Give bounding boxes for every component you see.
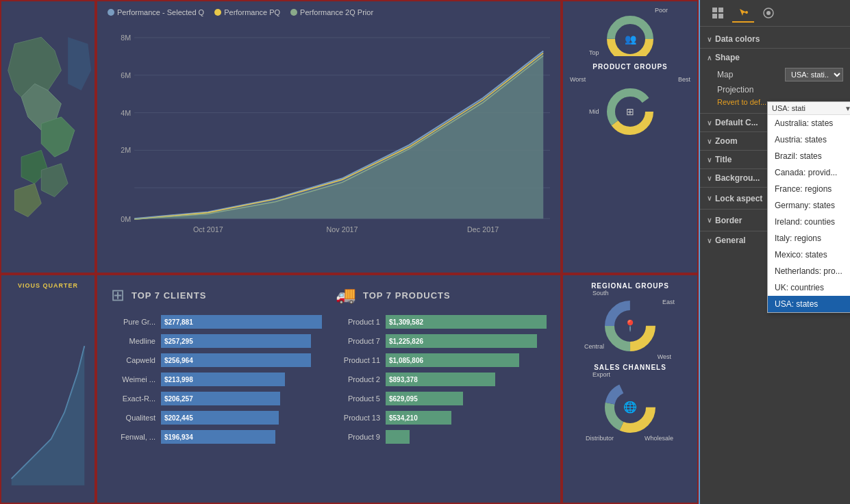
table-row: Product 1 $1,309,582	[336, 315, 547, 329]
east-label: East	[662, 299, 675, 305]
map-select[interactable]: USA: stati...	[785, 68, 843, 81]
toolbar-btn-format[interactable]	[732, 3, 754, 23]
dropdown-item-mexico[interactable]: Mexico: states	[768, 247, 850, 263]
chart-legend: Performance - Selected Q Performance PQ …	[108, 8, 550, 16]
row-value: $257,295	[164, 338, 193, 345]
row-bar: $202,445	[161, 411, 279, 425]
dropdown-item-brazil[interactable]: Brazil: states	[768, 148, 850, 164]
table-row: Product 9	[336, 430, 547, 444]
prev-quarter-chart	[5, 292, 91, 499]
best-label-1: Best	[678, 76, 690, 83]
row-label: Medline	[111, 337, 155, 345]
svg-text:8M: 8M	[121, 34, 131, 42]
projection-row: Projection	[717, 85, 843, 94]
row-bar-container: $256,964	[161, 353, 322, 367]
export-label: Export	[592, 371, 610, 378]
dropdown-item-canada[interactable]: Canada: provid...	[768, 164, 850, 181]
svg-text:0M: 0M	[121, 215, 131, 223]
dropdown-item-germany[interactable]: Germany: states	[768, 197, 850, 214]
row-bar: $893,378	[386, 373, 495, 386]
donut-poor-label: Poor	[655, 7, 668, 14]
toolbar-btn-fields[interactable]	[707, 3, 729, 23]
products-title: TOP 7 PRODUCTS	[363, 290, 451, 301]
dropdown-item-ireland[interactable]: Ireland: counties	[768, 214, 850, 230]
dropdown-input-row: USA: stati ▼	[768, 102, 850, 115]
chart-panel: Performance - Selected Q Performance PQ …	[96, 0, 562, 274]
legend-item-3: Performance 2Q Prior	[290, 8, 373, 16]
dropdown-item-netherlands[interactable]: Netherlands: pro...	[768, 263, 850, 279]
row-bar	[386, 430, 410, 444]
row-bar-container: $534,210	[386, 411, 547, 425]
products-icon: 🚚	[336, 286, 356, 305]
table-row: Product 5 $629,095	[336, 392, 547, 405]
worst-label: Worst	[570, 76, 586, 83]
svg-text:6M: 6M	[121, 71, 131, 79]
default-color-chevron: ∨	[707, 119, 712, 127]
table-row: Qualitest $202,445	[111, 411, 322, 425]
row-label: Fenwal, ...	[111, 433, 155, 441]
shape-header[interactable]: ∧ Shape	[707, 53, 843, 62]
data-colors-label: Data colors	[715, 34, 760, 44]
svg-text:Dec 2017: Dec 2017	[467, 225, 499, 234]
dropdown-item-usa[interactable]: USA: states	[768, 296, 850, 312]
data-colors-header[interactable]: ∨ Data colors	[707, 34, 843, 44]
clients-title: TOP 7 CLIENTS	[132, 290, 206, 301]
dropdown-item-france[interactable]: France: regions	[768, 181, 850, 197]
background-chevron: ∨	[707, 175, 712, 182]
legend-label-3: Performance 2Q Prior	[300, 8, 373, 16]
tables-panel: ⊞ TOP 7 CLIENTS Pure Gr... $277,881 Medl…	[96, 274, 562, 504]
row-bar-container: $202,445	[161, 411, 322, 425]
row-bar-container: $893,378	[386, 373, 547, 386]
row-value: $893,378	[389, 376, 418, 383]
general-chevron: ∨	[707, 237, 712, 244]
zoom-label: Zoom	[715, 136, 738, 146]
dropdown-arrow-icon: ▼	[845, 105, 850, 112]
dropdown-item-austria[interactable]: Austria: states	[768, 131, 850, 148]
row-bar: $277,881	[161, 315, 322, 329]
row-bar: $257,295	[161, 334, 311, 348]
row-label: Capweld	[111, 356, 155, 364]
dropdown-item-uk[interactable]: UK: countries	[768, 279, 850, 296]
map-dropdown-overlay[interactable]: USA: stati ▼ Australia: states Austria: …	[767, 101, 850, 313]
row-label: Product 13	[336, 414, 380, 422]
legend-label-2: Performance PQ	[224, 8, 280, 16]
svg-text:🌐: 🌐	[623, 401, 637, 414]
dropdown-current-value: USA: stati	[772, 104, 845, 112]
row-bar-container: $206,257	[161, 392, 322, 405]
dropdown-item-australia[interactable]: Australia: states	[768, 115, 850, 131]
svg-rect-32	[712, 8, 717, 12]
svg-text:📍: 📍	[623, 319, 637, 332]
row-label: Product 7	[336, 337, 380, 345]
table-row: Fenwal, ... $196,934	[111, 430, 322, 444]
toolbar-btn-analytics[interactable]	[758, 3, 779, 23]
lock-aspect-chevron: ∨	[707, 194, 712, 202]
row-bar: $206,257	[161, 392, 280, 405]
product-groups-title: PRODUCT GROUPS	[592, 63, 668, 71]
row-label: Product 2	[336, 375, 380, 383]
svg-point-38	[766, 11, 771, 15]
mid-label: Mid	[589, 108, 599, 115]
svg-rect-33	[718, 8, 723, 12]
projection-label: Projection	[717, 85, 753, 94]
border-chevron: ∨	[707, 216, 712, 224]
row-label: Qualitest	[111, 414, 155, 422]
table-row: Product 13 $534,210	[336, 411, 547, 425]
row-value: $206,257	[164, 395, 193, 403]
svg-point-36	[745, 11, 748, 14]
svg-rect-35	[718, 14, 723, 18]
row-bar: $1,309,582	[386, 315, 547, 329]
dropdown-item-italy[interactable]: Italy: regions	[768, 230, 850, 247]
wholesale-label: Wholesale	[645, 435, 673, 442]
row-value: $534,210	[389, 414, 418, 422]
row-label: Product 9	[336, 433, 380, 441]
row-bar-container: $1,085,806	[386, 353, 547, 367]
general-label: General	[715, 236, 746, 245]
regional-groups-title: REGIONAL GROUPS	[591, 282, 669, 290]
row-bar: $1,085,806	[386, 353, 519, 367]
row-value: $202,445	[164, 414, 193, 422]
table-row: Weimei ... $213,998	[111, 373, 322, 386]
row-bar-container: $629,095	[386, 392, 547, 405]
row-value: $213,998	[164, 376, 193, 383]
panel-toolbar	[700, 0, 850, 27]
row-value: $1,225,826	[389, 338, 423, 345]
